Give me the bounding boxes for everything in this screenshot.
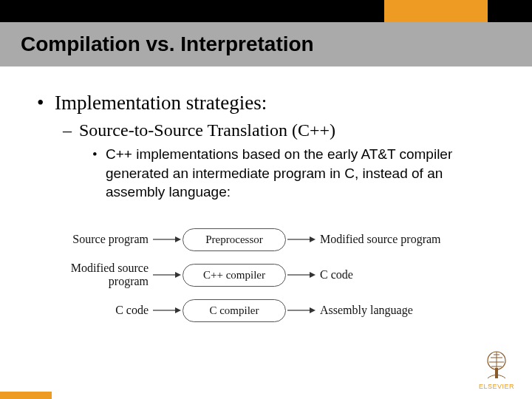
row-output-label: C code: [317, 268, 465, 282]
diagram-row: Modified source program C++ compiler C c…: [30, 257, 502, 293]
slide-title: Compilation vs. Interpretation: [21, 33, 314, 56]
row-output-label: Modified source program: [317, 233, 465, 246]
bullet-text: Implementation strategies:: [55, 92, 267, 115]
diagram-row: C code C compiler Assembly language: [30, 293, 502, 328]
content-area: • Implementation strategies: – Source-to…: [0, 81, 532, 202]
bullet-text: Source-to-Source Translation (C++): [79, 120, 335, 140]
arrow-right-icon: [286, 305, 317, 316]
bullet-text: C++ implementations based on the early A…: [106, 145, 460, 202]
svg-marker-5: [175, 272, 181, 278]
arrow-right-icon: [286, 234, 317, 245]
row-output-label: Assembly language: [317, 304, 465, 317]
stage-box: Preprocessor: [183, 228, 286, 251]
svg-marker-7: [310, 272, 316, 278]
bullet-level-2: – Source-to-Source Translation (C++): [63, 120, 495, 140]
svg-marker-1: [175, 236, 181, 242]
row-input-label: C code: [30, 304, 151, 317]
bullet-level-3: • C++ implementations based on the early…: [92, 145, 495, 202]
arrow-right-icon: [151, 270, 183, 280]
diagram-row: Source program Preprocessor Modified sou…: [30, 222, 502, 257]
bullet-level-1: • Implementation strategies:: [37, 92, 495, 115]
elsevier-logo: ELSEVIER: [479, 349, 514, 390]
bottom-accent-bar: [0, 392, 52, 399]
elsevier-tree-icon: [480, 349, 513, 381]
pipeline-diagram: Source program Preprocessor Modified sou…: [30, 222, 502, 355]
arrow-right-icon: [286, 270, 317, 280]
svg-marker-3: [310, 236, 316, 242]
arrow-right-icon: [151, 305, 183, 316]
row-input-label: Modified source program: [30, 262, 151, 288]
stage-box: C++ compiler: [183, 264, 286, 287]
row-input-label: Source program: [30, 233, 151, 246]
svg-marker-9: [175, 307, 181, 313]
bullet-dash-icon: –: [63, 120, 79, 140]
elsevier-wordmark: ELSEVIER: [479, 383, 514, 390]
arrow-right-icon: [151, 234, 183, 245]
stage-box: C compiler: [183, 299, 286, 322]
bullet-dot-icon: •: [92, 145, 106, 202]
title-bar: Compilation vs. Interpretation: [0, 22, 532, 66]
svg-marker-11: [310, 307, 316, 313]
bullet-dot-icon: •: [37, 92, 55, 115]
